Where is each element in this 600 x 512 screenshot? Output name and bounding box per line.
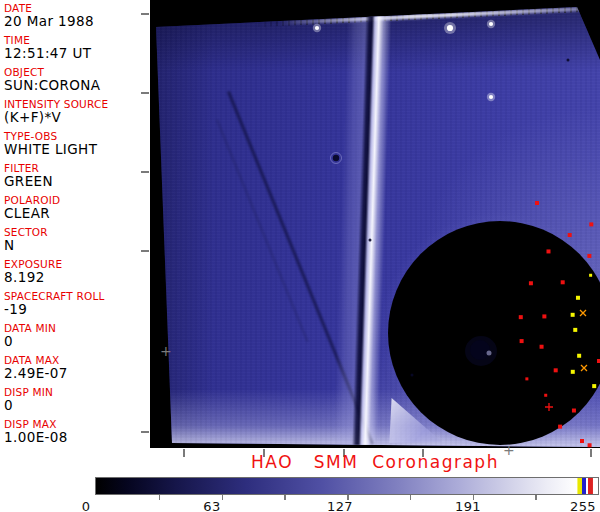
metadata-field: TYPE-OBSWHITE LIGHT: [4, 130, 150, 157]
colorbar-label: 255: [570, 499, 596, 512]
left-axis-tick: [141, 431, 149, 433]
field-value: 12:51:47 UT: [4, 46, 150, 61]
field-value: 1.00E-08: [4, 430, 150, 445]
field-value: -19: [4, 302, 150, 317]
metadata-field: FILTERGREEN: [4, 162, 150, 189]
field-label: SECTOR: [4, 226, 150, 238]
left-axis-tick: [141, 13, 149, 15]
colorbar-label: 127: [327, 499, 353, 512]
coronagraph-image: [150, 0, 600, 448]
field-value: 20 Mar 1988: [4, 14, 150, 29]
colorbar-label: 63: [203, 499, 220, 512]
metadata-field: SECTORN: [4, 226, 150, 253]
metadata-field: DISP MIN0: [4, 386, 150, 413]
colorbar-tick: [535, 495, 537, 500]
metadata-field: TIME12:51:47 UT: [4, 34, 150, 61]
left-axis-tick: [141, 92, 149, 94]
metadata-field: OBJECTSUN:CORONA: [4, 66, 150, 93]
left-axis-tick: [141, 250, 149, 252]
colorbar-label: 0: [82, 499, 91, 512]
colorbar-gradient: [95, 477, 599, 495]
field-value: (K+F)*V: [4, 110, 150, 125]
field-value: 0: [4, 398, 150, 413]
colorbar-tick: [410, 495, 412, 500]
top-edge-bloom: [292, 4, 318, 13]
metadata-field: DATA MIN0: [4, 322, 150, 349]
metadata-field: DATE20 Mar 1988: [4, 2, 150, 29]
metadata-field: EXPOSURE8.192: [4, 258, 150, 285]
axis-cross-mark: +: [160, 344, 172, 358]
field-label: DATA MIN: [4, 322, 150, 334]
field-value: 2.49E-07: [4, 366, 150, 381]
colorbar-tick: [284, 495, 286, 500]
image-title: HAO SMM Coronagraph: [150, 452, 600, 472]
left-axis-tick: [141, 171, 149, 173]
metadata-field: SPACECRAFT ROLL-19: [4, 290, 150, 317]
field-label: DISP MIN: [4, 386, 150, 398]
field-value: WHITE LIGHT: [4, 142, 150, 157]
smm-coronagraph-viewer: DATE20 Mar 1988TIME12:51:47 UTOBJECTSUN:…: [0, 0, 600, 512]
occulter-disk: [388, 221, 600, 445]
metadata-field: INTENSITY SOURCE(K+F)*V: [4, 98, 150, 125]
pylon-top-bloom: [396, 0, 434, 14]
metadata-field: POLAROIDCLEAR: [4, 194, 150, 221]
image-frame: [150, 0, 600, 448]
field-value: N: [4, 238, 150, 253]
colorbar-tick: [159, 495, 161, 500]
colorbar-label: 191: [455, 499, 481, 512]
field-value: 8.192: [4, 270, 150, 285]
metadata-field: DATA MAX2.49E-07: [4, 354, 150, 381]
field-value: 0: [4, 334, 150, 349]
colorbar-tick: [222, 495, 224, 500]
field-value: CLEAR: [4, 206, 150, 221]
metadata-field: DISP MAX1.00E-08: [4, 418, 150, 445]
field-value: GREEN: [4, 174, 150, 189]
metadata-sidebar: DATE20 Mar 1988TIME12:51:47 UTOBJECTSUN:…: [0, 0, 150, 450]
field-value: SUN:CORONA: [4, 78, 150, 93]
